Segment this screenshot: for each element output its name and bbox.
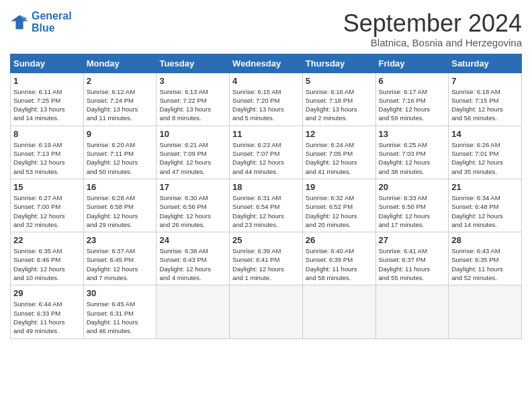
day-cell: 26Sunrise: 6:40 AMSunset: 6:39 PMDayligh…: [302, 232, 375, 285]
day-info: Sunrise: 6:26 AMSunset: 7:01 PMDaylight:…: [451, 140, 519, 176]
day-number: 7: [451, 76, 519, 86]
day-info: Sunrise: 6:19 AMSunset: 7:13 PMDaylight:…: [13, 140, 81, 176]
week-row-2: 8Sunrise: 6:19 AMSunset: 7:13 PMDaylight…: [11, 126, 522, 179]
day-number: 14: [451, 129, 519, 139]
page-container: General Blue September 2024 Blatnica, Bo…: [0, 0, 532, 346]
day-info: Sunrise: 6:45 AMSunset: 6:31 PMDaylight:…: [87, 300, 154, 335]
day-info: Sunrise: 6:33 AMSunset: 6:50 PMDaylight:…: [379, 193, 446, 229]
day-cell: 14Sunrise: 6:26 AMSunset: 7:01 PMDayligh…: [449, 126, 522, 179]
day-number: 21: [451, 182, 519, 192]
day-number: 8: [13, 129, 81, 139]
day-info: Sunrise: 6:16 AMSunset: 7:18 PMDaylight:…: [306, 87, 373, 123]
day-cell: 10Sunrise: 6:21 AMSunset: 7:09 PMDayligh…: [157, 126, 230, 179]
day-number: 20: [379, 182, 446, 192]
col-header-monday: Monday: [83, 54, 157, 73]
day-info: Sunrise: 6:34 AMSunset: 6:48 PMDaylight:…: [451, 193, 519, 229]
svg-marker-0: [11, 15, 28, 29]
col-header-friday: Friday: [375, 54, 449, 73]
day-number: 23: [87, 235, 154, 245]
day-cell: 11Sunrise: 6:23 AMSunset: 7:07 PMDayligh…: [230, 126, 303, 179]
day-cell: 25Sunrise: 6:39 AMSunset: 6:41 PMDayligh…: [230, 232, 303, 285]
logo-icon: [10, 13, 29, 32]
day-info: Sunrise: 6:44 AMSunset: 6:33 PMDaylight:…: [13, 300, 81, 335]
day-cell: 30Sunrise: 6:45 AMSunset: 6:31 PMDayligh…: [83, 285, 157, 338]
logo-text: General Blue: [32, 10, 72, 34]
day-cell: 21Sunrise: 6:34 AMSunset: 6:48 PMDayligh…: [449, 179, 522, 232]
day-cell: 15Sunrise: 6:27 AMSunset: 7:00 PMDayligh…: [11, 179, 84, 232]
location-subtitle: Blatnica, Bosnia and Herzegovina: [343, 37, 522, 48]
day-info: Sunrise: 6:39 AMSunset: 6:41 PMDaylight:…: [232, 246, 300, 282]
day-cell: 5Sunrise: 6:16 AMSunset: 7:18 PMDaylight…: [302, 73, 375, 126]
day-info: Sunrise: 6:23 AMSunset: 7:07 PMDaylight:…: [232, 140, 300, 176]
day-info: Sunrise: 6:21 AMSunset: 7:09 PMDaylight:…: [159, 140, 226, 176]
day-cell: 29Sunrise: 6:44 AMSunset: 6:33 PMDayligh…: [11, 285, 84, 338]
day-cell: 4Sunrise: 6:15 AMSunset: 7:20 PMDaylight…: [230, 73, 303, 126]
day-info: Sunrise: 6:20 AMSunset: 7:11 PMDaylight:…: [87, 140, 154, 176]
day-info: Sunrise: 6:12 AMSunset: 7:24 PMDaylight:…: [87, 87, 154, 123]
day-number: 4: [232, 76, 300, 86]
day-cell: 23Sunrise: 6:37 AMSunset: 6:45 PMDayligh…: [83, 232, 157, 285]
day-info: Sunrise: 6:17 AMSunset: 7:16 PMDaylight:…: [379, 87, 446, 123]
day-cell: 13Sunrise: 6:25 AMSunset: 7:03 PMDayligh…: [375, 126, 449, 179]
day-info: Sunrise: 6:13 AMSunset: 7:22 PMDaylight:…: [159, 87, 226, 123]
week-row-5: 29Sunrise: 6:44 AMSunset: 6:33 PMDayligh…: [11, 285, 522, 338]
day-number: 30: [87, 288, 154, 298]
day-info: Sunrise: 6:38 AMSunset: 6:43 PMDaylight:…: [159, 246, 226, 282]
day-cell: 19Sunrise: 6:32 AMSunset: 6:52 PMDayligh…: [302, 179, 375, 232]
logo: General Blue: [10, 10, 72, 34]
day-cell: 6Sunrise: 6:17 AMSunset: 7:16 PMDaylight…: [375, 73, 449, 126]
day-info: Sunrise: 6:40 AMSunset: 6:39 PMDaylight:…: [306, 246, 373, 282]
day-cell: [449, 285, 522, 338]
day-cell: 8Sunrise: 6:19 AMSunset: 7:13 PMDaylight…: [11, 126, 84, 179]
day-cell: 18Sunrise: 6:31 AMSunset: 6:54 PMDayligh…: [230, 179, 303, 232]
day-number: 9: [87, 129, 154, 139]
day-cell: [302, 285, 375, 338]
day-cell: 2Sunrise: 6:12 AMSunset: 7:24 PMDaylight…: [83, 73, 157, 126]
day-number: 13: [379, 129, 446, 139]
col-header-sunday: Sunday: [11, 54, 84, 73]
day-info: Sunrise: 6:28 AMSunset: 6:58 PMDaylight:…: [87, 193, 154, 229]
day-number: 3: [159, 76, 226, 86]
day-info: Sunrise: 6:30 AMSunset: 6:56 PMDaylight:…: [159, 193, 226, 229]
day-cell: [375, 285, 449, 338]
day-info: Sunrise: 6:31 AMSunset: 6:54 PMDaylight:…: [232, 193, 300, 229]
day-cell: 24Sunrise: 6:38 AMSunset: 6:43 PMDayligh…: [157, 232, 230, 285]
day-info: Sunrise: 6:11 AMSunset: 7:25 PMDaylight:…: [13, 87, 81, 123]
day-info: Sunrise: 6:41 AMSunset: 6:37 PMDaylight:…: [379, 246, 446, 282]
title-block: September 2024 Blatnica, Bosnia and Herz…: [343, 10, 522, 48]
day-info: Sunrise: 6:18 AMSunset: 7:15 PMDaylight:…: [451, 87, 519, 123]
day-number: 18: [232, 182, 300, 192]
day-number: 17: [159, 182, 226, 192]
week-row-3: 15Sunrise: 6:27 AMSunset: 7:00 PMDayligh…: [11, 179, 522, 232]
day-number: 5: [306, 76, 373, 86]
col-header-tuesday: Tuesday: [157, 54, 230, 73]
calendar-header-row: SundayMondayTuesdayWednesdayThursdayFrid…: [11, 54, 522, 73]
day-info: Sunrise: 6:32 AMSunset: 6:52 PMDaylight:…: [306, 193, 373, 229]
day-info: Sunrise: 6:43 AMSunset: 6:35 PMDaylight:…: [451, 246, 519, 282]
day-cell: 7Sunrise: 6:18 AMSunset: 7:15 PMDaylight…: [449, 73, 522, 126]
day-cell: 20Sunrise: 6:33 AMSunset: 6:50 PMDayligh…: [375, 179, 449, 232]
day-cell: 16Sunrise: 6:28 AMSunset: 6:58 PMDayligh…: [83, 179, 157, 232]
day-info: Sunrise: 6:25 AMSunset: 7:03 PMDaylight:…: [379, 140, 446, 176]
day-info: Sunrise: 6:35 AMSunset: 6:46 PMDaylight:…: [13, 246, 81, 282]
month-title: September 2024: [343, 10, 522, 37]
day-number: 2: [87, 76, 154, 86]
day-number: 12: [306, 129, 373, 139]
day-cell: 17Sunrise: 6:30 AMSunset: 6:56 PMDayligh…: [157, 179, 230, 232]
day-number: 1: [13, 76, 81, 86]
day-number: 10: [159, 129, 226, 139]
day-cell: 3Sunrise: 6:13 AMSunset: 7:22 PMDaylight…: [157, 73, 230, 126]
day-cell: 27Sunrise: 6:41 AMSunset: 6:37 PMDayligh…: [375, 232, 449, 285]
day-number: 29: [13, 288, 81, 298]
col-header-saturday: Saturday: [449, 54, 522, 73]
day-cell: 12Sunrise: 6:24 AMSunset: 7:05 PMDayligh…: [302, 126, 375, 179]
day-cell: 28Sunrise: 6:43 AMSunset: 6:35 PMDayligh…: [449, 232, 522, 285]
day-cell: 9Sunrise: 6:20 AMSunset: 7:11 PMDaylight…: [83, 126, 157, 179]
day-cell: 1Sunrise: 6:11 AMSunset: 7:25 PMDaylight…: [11, 73, 84, 126]
day-cell: [230, 285, 303, 338]
day-info: Sunrise: 6:15 AMSunset: 7:20 PMDaylight:…: [232, 87, 300, 123]
col-header-wednesday: Wednesday: [230, 54, 303, 73]
calendar-table: SundayMondayTuesdayWednesdayThursdayFrid…: [10, 54, 522, 339]
day-number: 26: [306, 235, 373, 245]
day-number: 22: [13, 235, 81, 245]
